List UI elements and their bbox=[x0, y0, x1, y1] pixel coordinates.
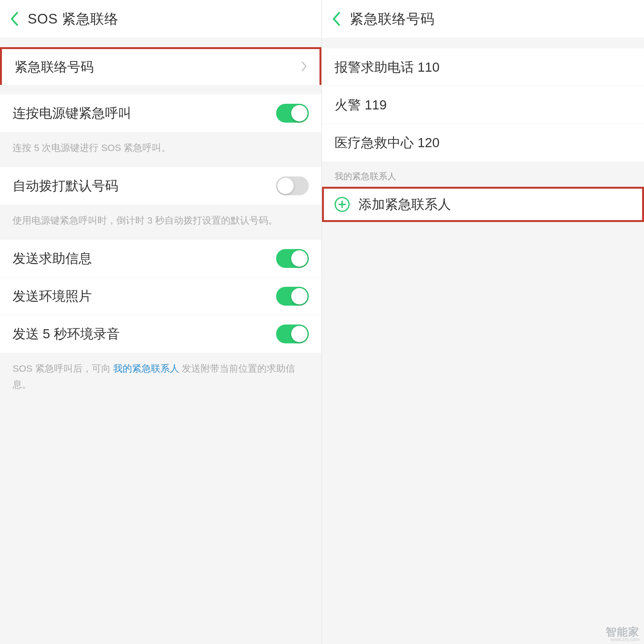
row-add-contact[interactable]: 添加紧急联系人 bbox=[322, 187, 644, 222]
spacer bbox=[322, 38, 644, 48]
row-medical-120[interactable]: 医疗急救中心 120 bbox=[322, 124, 644, 162]
back-icon[interactable] bbox=[331, 10, 342, 28]
label-auto-dial: 自动拨打默认号码 bbox=[13, 177, 276, 195]
group-auto-dial: 自动拨打默认号码 bbox=[0, 167, 321, 205]
desc-power-button: 连按 5 次电源键进行 SOS 紧急呼叫。 bbox=[0, 132, 321, 167]
toggle-send-photo[interactable] bbox=[276, 287, 309, 306]
watermark: 智能家 www.znj.com bbox=[606, 626, 640, 642]
group-numbers-list: 报警求助电话 110 火警 119 医疗急救中心 120 bbox=[322, 48, 644, 162]
section-my-contacts: 我的紧急联系人 bbox=[322, 162, 644, 188]
header-right: 紧急联络号码 bbox=[322, 0, 644, 38]
desc-auto-dial: 使用电源键紧急呼叫时，倒计时 3 秒自动拨打设置的默认号码。 bbox=[0, 205, 321, 240]
label-fire: 火警 119 bbox=[335, 96, 631, 114]
label-send-audio: 发送 5 秒环境录音 bbox=[13, 325, 276, 343]
row-fire-119[interactable]: 火警 119 bbox=[322, 86, 644, 124]
row-send-photo[interactable]: 发送环境照片 bbox=[0, 277, 321, 315]
label-send-help: 发送求助信息 bbox=[13, 250, 276, 267]
toggle-auto-dial[interactable] bbox=[276, 176, 309, 195]
row-send-help[interactable]: 发送求助信息 bbox=[0, 240, 321, 277]
toggle-send-audio[interactable] bbox=[276, 325, 309, 343]
watermark-sub: www.znj.com bbox=[606, 637, 640, 642]
group-emergency-numbers: 紧急联络号码 bbox=[0, 48, 321, 84]
row-power-button-call[interactable]: 连按电源键紧急呼叫 bbox=[0, 94, 321, 132]
desc-footer: SOS 紧急呼叫后，可向 我的紧急联系人 发送附带当前位置的求助信息。 bbox=[0, 353, 321, 404]
page-title-right: 紧急联络号码 bbox=[350, 10, 435, 28]
back-icon[interactable] bbox=[9, 10, 20, 28]
link-my-contacts[interactable]: 我的紧急联系人 bbox=[113, 363, 179, 374]
label-add-contact: 添加紧急联系人 bbox=[358, 196, 451, 213]
group-power-button: 连按电源键紧急呼叫 bbox=[0, 94, 321, 132]
toggle-power-button-call[interactable] bbox=[276, 104, 309, 123]
spacer bbox=[0, 38, 321, 48]
page-title-left: SOS 紧急联络 bbox=[28, 10, 119, 28]
footer-pre: SOS 紧急呼叫后，可向 bbox=[13, 363, 113, 374]
chevron-right-icon bbox=[301, 60, 307, 74]
row-send-audio[interactable]: 发送 5 秒环境录音 bbox=[0, 315, 321, 353]
row-emergency-numbers[interactable]: 紧急联络号码 bbox=[0, 47, 321, 85]
header-left: SOS 紧急联络 bbox=[0, 0, 321, 38]
label-power-button-call: 连按电源键紧急呼叫 bbox=[13, 104, 276, 122]
group-send-options: 发送求助信息 发送环境照片 发送 5 秒环境录音 bbox=[0, 240, 321, 353]
label-emergency-numbers: 紧急联络号码 bbox=[14, 58, 297, 76]
row-auto-dial[interactable]: 自动拨打默认号码 bbox=[0, 167, 321, 205]
row-police-110[interactable]: 报警求助电话 110 bbox=[322, 48, 644, 86]
label-send-photo: 发送环境照片 bbox=[13, 287, 276, 305]
toggle-send-help[interactable] bbox=[276, 249, 309, 268]
label-medical: 医疗急救中心 120 bbox=[335, 134, 631, 152]
plus-circle-icon bbox=[335, 197, 350, 212]
phone-sos-settings: SOS 紧急联络 紧急联络号码 连按电源键紧急呼叫 连按 5 次电源键进行 SO… bbox=[0, 0, 322, 644]
two-phone-canvas: SOS 紧急联络 紧急联络号码 连按电源键紧急呼叫 连按 5 次电源键进行 SO… bbox=[0, 0, 644, 644]
spacer bbox=[0, 84, 321, 94]
watermark-main: 智能家 bbox=[606, 626, 640, 637]
label-police: 报警求助电话 110 bbox=[335, 58, 631, 76]
phone-emergency-numbers: 紧急联络号码 报警求助电话 110 火警 119 医疗急救中心 120 我的紧急… bbox=[322, 0, 644, 644]
